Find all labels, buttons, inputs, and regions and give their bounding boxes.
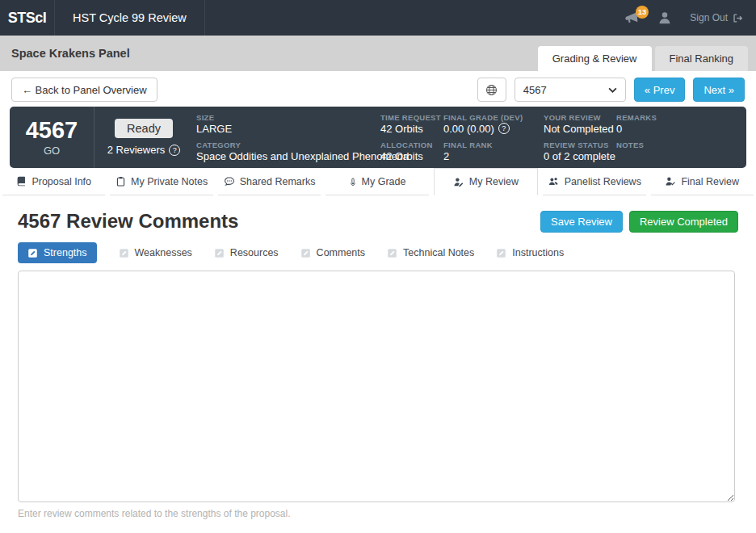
- save-review-button[interactable]: Save Review: [540, 211, 623, 233]
- person-icon: [657, 10, 672, 25]
- tab-label: My Private Notes: [131, 176, 208, 187]
- notifications-button[interactable]: 13: [624, 11, 640, 25]
- comment-category-tabs: Strengths Weaknesses Resources: [18, 242, 738, 263]
- tab-grading-review[interactable]: Grading & Review: [538, 46, 652, 71]
- pill-label: Resources: [230, 247, 279, 258]
- sign-out-button[interactable]: Sign Out: [690, 12, 743, 23]
- back-to-panel-button[interactable]: ← Back to Panel Overview: [11, 78, 158, 102]
- globe-icon: [485, 84, 498, 96]
- users-icon: [548, 176, 560, 187]
- stsci-logo: STScI: [0, 0, 55, 36]
- pencil-square-icon: [496, 248, 506, 258]
- proposal-summary-header: 4567 GO Ready 2 Reviewers ? SIZE LARGE T…: [10, 107, 746, 168]
- prev-button[interactable]: « Prev: [634, 78, 686, 102]
- reviewers-help-icon[interactable]: ?: [169, 145, 180, 156]
- navbar-spacer: [205, 0, 625, 36]
- field-allocation: ALLOCATION 42 Orbits: [380, 141, 443, 162]
- tab-final-review[interactable]: Final Review: [651, 168, 754, 195]
- field-review-status: REVIEW STATUS 0 of 2 complete: [544, 141, 616, 162]
- proposal-toolbar: ← Back to Panel Overview 4567 « Prev Nex…: [0, 71, 756, 107]
- pencil-square-icon: [214, 248, 225, 258]
- tab-my-review[interactable]: My Review: [434, 168, 538, 195]
- ready-status-button[interactable]: Ready: [115, 119, 173, 138]
- tab-panelist-reviews[interactable]: Panelist Reviews: [543, 168, 645, 195]
- pencil-square-icon: [300, 248, 311, 258]
- tab-final-ranking[interactable]: Final Ranking: [655, 46, 749, 71]
- field-remarks: REMARKS 0: [616, 113, 746, 135]
- final-grade-help-icon[interactable]: ?: [498, 123, 510, 134]
- pill-technical-notes[interactable]: Technical Notes: [387, 247, 474, 258]
- book-icon: [16, 176, 27, 187]
- proposal-id-block: 4567 GO: [10, 107, 94, 168]
- user-menu-button[interactable]: [657, 10, 672, 25]
- pencil-square-icon: [387, 248, 397, 258]
- field-size: SIZE LARGE: [196, 113, 380, 135]
- pill-label: Weaknesses: [135, 247, 192, 258]
- comment-icon: [224, 176, 235, 187]
- sign-out-label: Sign Out: [690, 12, 728, 23]
- app-title: HST Cycle 99 Review: [55, 0, 205, 36]
- pill-label: Technical Notes: [403, 247, 474, 258]
- pill-strengths[interactable]: Strengths: [18, 242, 97, 263]
- globe-button[interactable]: [477, 78, 506, 102]
- tab-shared-remarks[interactable]: Shared Remarks: [218, 168, 321, 195]
- proposal-type: GO: [44, 145, 60, 157]
- proposal-select[interactable]: 4567: [514, 78, 626, 102]
- final-grade-value: 0.00 (0.00): [443, 123, 494, 135]
- field-your-review: YOUR REVIEW Not Completed: [544, 113, 616, 135]
- editor-helper-text: Enter review comments related to the str…: [18, 508, 738, 519]
- pencil-square-icon: [27, 248, 38, 258]
- pill-instructions[interactable]: Instructions: [496, 247, 564, 258]
- notification-badge: 13: [636, 6, 649, 19]
- proposal-id: 4567: [26, 118, 78, 142]
- field-time-request: TIME REQUEST 42 Orbits: [380, 113, 443, 135]
- page-title: 4567 Review Comments: [18, 210, 238, 233]
- pill-weaknesses[interactable]: Weaknesses: [119, 247, 192, 258]
- tab-proposal-info[interactable]: Proposal Info: [2, 168, 105, 195]
- user-check-icon: [665, 176, 676, 187]
- reviewers-count: 2 Reviewers ?: [107, 144, 181, 156]
- review-content: 4567 Review Comments Save Review Review …: [0, 195, 756, 519]
- review-comments-textarea[interactable]: [18, 271, 735, 502]
- panel-title: Space Krakens Panel: [0, 47, 130, 60]
- pill-resources[interactable]: Resources: [214, 247, 279, 258]
- tab-label: Shared Remarks: [240, 176, 316, 187]
- proposal-status-block: Ready 2 Reviewers ?: [94, 107, 193, 168]
- field-notes: NOTES: [616, 141, 746, 162]
- chevron-down-icon: [608, 87, 617, 93]
- user-edit-icon: [453, 177, 464, 187]
- pill-label: Strengths: [44, 247, 87, 258]
- reviewers-label: 2 Reviewers: [107, 144, 166, 156]
- field-category: CATEGORY Space Oddities and Unexplained …: [196, 141, 380, 162]
- pill-label: Comments: [317, 247, 365, 258]
- pill-comments[interactable]: Comments: [300, 247, 365, 258]
- next-button[interactable]: Next »: [693, 78, 745, 102]
- tab-my-private-notes[interactable]: My Private Notes: [110, 168, 212, 195]
- top-navbar: STScI HST Cycle 99 Review 13 Sign Out: [0, 0, 756, 36]
- review-completed-button[interactable]: Review Completed: [629, 211, 738, 233]
- sign-out-icon: [733, 13, 743, 23]
- thermometer-icon: [349, 176, 357, 187]
- pencil-square-icon: [119, 248, 129, 258]
- tab-label: My Grade: [362, 176, 406, 187]
- clipboard-icon: [116, 176, 126, 187]
- field-final-rank: FINAL RANK 2: [443, 141, 544, 162]
- pill-label: Instructions: [512, 247, 564, 258]
- proposal-select-value: 4567: [523, 84, 608, 96]
- tab-my-grade[interactable]: My Grade: [326, 168, 428, 195]
- tab-label: Final Review: [681, 176, 739, 187]
- proposal-tab-nav: Proposal Info My Private Notes Shared Re…: [0, 168, 756, 195]
- tab-label: My Review: [469, 176, 519, 187]
- proposal-fields-grid: SIZE LARGE TIME REQUEST 42 Orbits FINAL …: [193, 107, 746, 168]
- field-final-grade: FINAL GRADE (DEV) 0.00 (0.00) ?: [443, 113, 544, 135]
- tab-label: Proposal Info: [32, 176, 91, 187]
- tab-label: Panelist Reviews: [565, 176, 641, 187]
- panel-bar: Space Krakens Panel Grading & Review Fin…: [0, 36, 756, 71]
